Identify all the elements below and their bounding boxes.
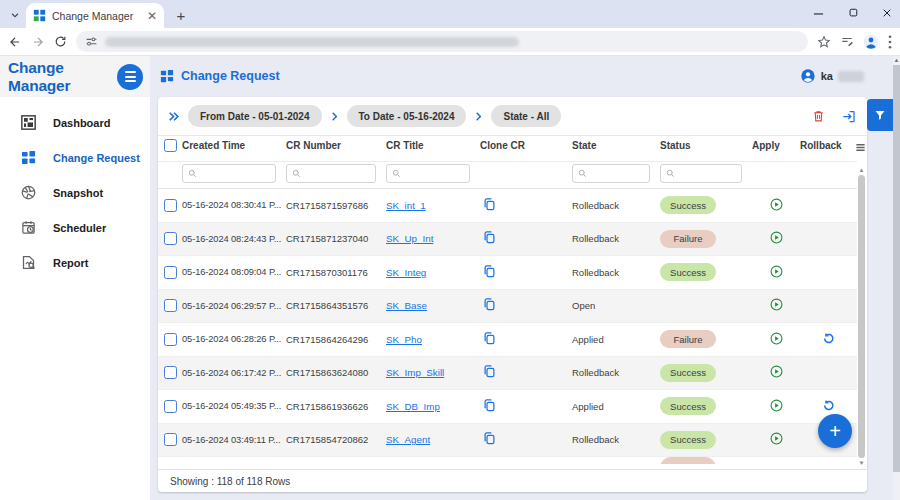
column-header-rollback[interactable]: Rollback xyxy=(800,140,857,151)
apply-icon[interactable] xyxy=(770,332,783,345)
cr-title-link[interactable]: SK_Base xyxy=(386,300,427,311)
cr-title-link[interactable]: SK_DB_Imp xyxy=(386,401,440,412)
apply-icon[interactable] xyxy=(770,265,783,278)
cr-title-link[interactable]: SK_Imp_Skill xyxy=(386,367,444,378)
scroll-up-icon[interactable]: ▲ xyxy=(859,166,865,174)
minimize-button[interactable] xyxy=(813,8,824,19)
account-menu[interactable]: ka xyxy=(800,68,864,84)
sidebar-item-label: Report xyxy=(53,257,88,269)
close-button[interactable] xyxy=(882,8,892,18)
status-badge: Failure xyxy=(660,330,716,348)
sidebar-item-dashboard[interactable]: Dashboard xyxy=(0,105,150,140)
row-checkbox[interactable] xyxy=(164,232,177,245)
column-search-input[interactable] xyxy=(572,164,650,183)
column-header-cr-title[interactable]: CR Title xyxy=(386,140,480,151)
column-search-input[interactable] xyxy=(660,164,742,183)
filter-chip[interactable]: State - All xyxy=(491,105,561,127)
status-badge: Success xyxy=(660,263,716,281)
refresh-icon[interactable] xyxy=(54,35,67,48)
page-scrollbar-thumb[interactable] xyxy=(893,65,900,472)
apply-icon[interactable] xyxy=(770,399,783,412)
add-change-request-button[interactable]: + xyxy=(818,414,852,448)
cr-title-link[interactable]: SK_Integ xyxy=(386,267,426,278)
apply-icon[interactable] xyxy=(770,298,783,311)
column-header-cr-number[interactable]: CR Number xyxy=(286,140,386,151)
page-header: Change Request ka xyxy=(150,56,900,96)
new-tab-button[interactable]: + xyxy=(170,4,192,26)
clone-cr-icon[interactable] xyxy=(482,197,497,212)
search-icon xyxy=(392,169,401,178)
row-checkbox[interactable] xyxy=(164,299,177,312)
clone-cr-icon[interactable] xyxy=(482,364,497,379)
browser-menu-dots-icon[interactable] xyxy=(888,35,892,49)
apply-icon[interactable] xyxy=(770,231,783,244)
extension-icon[interactable] xyxy=(840,35,854,49)
apply-icon[interactable] xyxy=(770,198,783,211)
columns-menu-icon[interactable] xyxy=(854,139,867,157)
page-scroll-up-icon[interactable]: ▲ xyxy=(894,56,900,65)
forward-icon[interactable] xyxy=(31,35,45,49)
row-checkbox[interactable] xyxy=(164,333,177,346)
rollback-icon[interactable] xyxy=(822,399,835,412)
column-header-status[interactable]: Status xyxy=(660,140,752,151)
bookmark-star-icon[interactable] xyxy=(817,35,831,49)
row-count-text: Showing : 118 of 118 Rows xyxy=(170,476,290,487)
clone-cr-icon[interactable] xyxy=(482,297,497,312)
rollback-icon[interactable] xyxy=(822,332,835,345)
sidebar-item-label: Snapshot xyxy=(53,187,103,199)
page-scrollbar[interactable]: ▲ xyxy=(893,56,900,500)
row-checkbox[interactable] xyxy=(164,366,177,379)
search-icon xyxy=(292,169,301,178)
clone-cr-icon[interactable] xyxy=(482,230,497,245)
column-header-clone-cr[interactable]: Clone CR xyxy=(480,140,572,151)
column-header-apply[interactable]: Apply xyxy=(752,140,800,151)
sidebar-item-scheduler[interactable]: Scheduler xyxy=(0,210,150,245)
clone-cr-icon[interactable] xyxy=(482,398,497,413)
table-vertical-scrollbar[interactable]: ▲ ▼ xyxy=(857,166,866,467)
status-badge: Success xyxy=(660,397,716,415)
profile-avatar-icon[interactable] xyxy=(863,34,879,50)
back-icon[interactable] xyxy=(8,35,22,49)
sidebar-item-snapshot[interactable]: Snapshot xyxy=(0,175,150,210)
browser-tab[interactable]: Change Manager ✕ xyxy=(26,3,164,28)
created-time-cell: 05-16-2024 06:17:42 P... xyxy=(182,368,286,378)
filter-funnel-button[interactable] xyxy=(867,99,893,131)
row-checkbox[interactable] xyxy=(164,199,177,212)
column-search-input[interactable] xyxy=(386,164,470,183)
table-body: 05-16-2024 08:30:41 P... CR1715871597686… xyxy=(158,189,857,457)
filter-chip[interactable]: To Date - 05-16-2024 xyxy=(347,105,467,127)
status-badge: Success xyxy=(660,196,716,214)
clone-cr-icon[interactable] xyxy=(482,431,497,446)
row-checkbox[interactable] xyxy=(164,266,177,279)
apply-icon[interactable] xyxy=(770,432,783,445)
address-bar[interactable] xyxy=(76,31,808,52)
clone-cr-icon[interactable] xyxy=(482,264,497,279)
delete-icon[interactable] xyxy=(812,109,825,123)
filter-chip[interactable]: From Date - 05-01-2024 xyxy=(188,105,322,127)
cr-title-link[interactable]: SK_Pho xyxy=(386,334,422,345)
column-header-state[interactable]: State xyxy=(572,140,660,151)
export-icon[interactable] xyxy=(841,109,857,124)
column-search-input[interactable] xyxy=(286,164,376,183)
column-search-input[interactable] xyxy=(182,164,276,183)
clone-cr-icon[interactable] xyxy=(482,331,497,346)
site-settings-tune-icon[interactable] xyxy=(85,35,98,48)
collapse-chips-chevrons-icon[interactable] xyxy=(166,110,181,123)
sidebar-toggle-button[interactable] xyxy=(117,64,143,90)
sidebar-item-report[interactable]: Report xyxy=(0,245,150,280)
row-checkbox[interactable] xyxy=(164,400,177,413)
scrollbar-thumb[interactable] xyxy=(858,175,865,458)
tab-close-icon[interactable]: ✕ xyxy=(147,10,157,22)
cr-title-link[interactable]: SK_int_1 xyxy=(386,200,426,211)
cr-title-link[interactable]: SK_Agent xyxy=(386,434,430,445)
apply-icon[interactable] xyxy=(770,365,783,378)
maximize-button[interactable] xyxy=(848,8,858,18)
tab-search-chevron-icon[interactable] xyxy=(6,6,23,23)
row-checkbox[interactable] xyxy=(164,433,177,446)
column-header-created-time[interactable]: Created Time xyxy=(182,140,286,151)
select-all-checkbox[interactable] xyxy=(164,139,177,152)
page-title: Change Request xyxy=(181,69,280,83)
cr-title-link[interactable]: SK_Up_Int xyxy=(386,233,433,244)
scroll-down-icon[interactable]: ▼ xyxy=(859,459,865,467)
sidebar-item-change-request[interactable]: Change Request xyxy=(0,140,150,175)
